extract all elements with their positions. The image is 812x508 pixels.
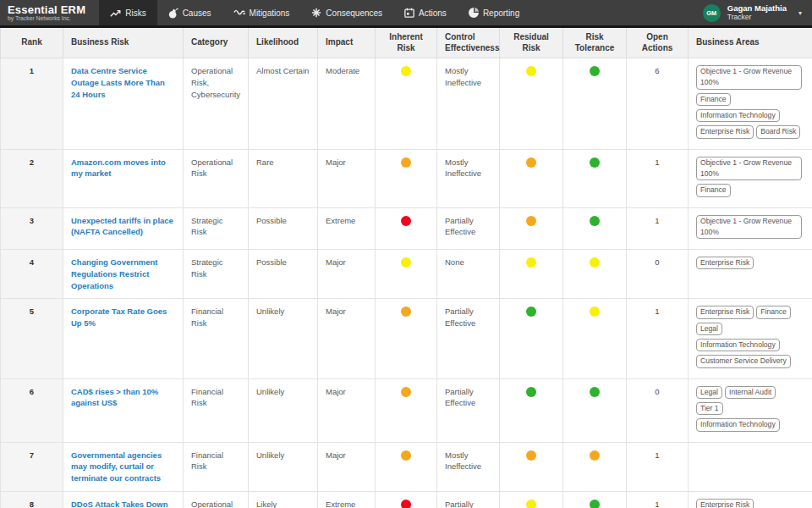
control-effectiveness-cell: Mostly Ineffective	[437, 149, 500, 207]
business-areas-cell: Objective 1 - Grow Revenue 100%FinanceIn…	[689, 58, 812, 150]
column-header-open-actions[interactable]: Open Actions	[627, 28, 689, 58]
column-header-category[interactable]: Category	[184, 28, 249, 58]
column-header-residual-risk[interactable]: Residual Risk	[500, 28, 563, 58]
risk-name-link[interactable]: CAD$ rises > than 10% against US$	[71, 387, 158, 408]
inherent-risk-indicator-yellow	[401, 257, 411, 268]
rank-cell: 8	[1, 491, 63, 508]
risk-tolerance-indicator-green	[590, 216, 600, 226]
open-actions-cell: 1	[627, 442, 689, 491]
risk-tolerance-indicator-yellow	[590, 257, 600, 268]
business-area-tag[interactable]: Finance	[756, 306, 791, 318]
bomb-icon	[168, 8, 178, 19]
risk-name-link[interactable]: Changing Government Regulations Restrict…	[71, 257, 157, 290]
residual-risk-cell	[500, 149, 563, 207]
risk-tolerance-cell	[563, 207, 627, 250]
business-area-tag[interactable]: Legal	[696, 323, 722, 335]
control-effectiveness-cell: Mostly Ineffective	[437, 442, 500, 491]
business-area-tag[interactable]: Enterprise Risk	[696, 257, 754, 269]
business-area-tag[interactable]: Enterprise Risk	[696, 499, 754, 508]
column-header-control-effectiveness[interactable]: Control Effectiveness	[437, 28, 500, 58]
business-area-tag[interactable]: Information Technology	[696, 418, 780, 431]
trend-up-icon	[110, 8, 121, 18]
inherent-risk-indicator-orange	[401, 387, 411, 397]
column-header-business-risk[interactable]: Business Risk	[63, 28, 184, 58]
impact-cell: Extreme	[318, 207, 376, 250]
calendar-icon	[404, 8, 414, 18]
residual-risk-cell	[500, 58, 563, 150]
risk-tolerance-indicator-green	[590, 387, 600, 397]
table-header-row: RankBusiness RiskCategoryLikelihoodImpac…	[1, 28, 812, 58]
business-areas-cell: Enterprise RiskFinanceLegalInformation T…	[689, 299, 812, 378]
business-risk-cell: DDoS Attack Takes Down Production System	[63, 491, 184, 508]
residual-risk-indicator-green	[526, 306, 536, 317]
nav-item-label: Reporting	[483, 8, 519, 18]
app-logo[interactable]: Essential ERM by Tracker Networks Inc.	[0, 3, 99, 24]
likelihood-cell: Likely	[249, 491, 318, 508]
residual-risk-cell	[500, 250, 563, 299]
residual-risk-indicator-orange	[526, 450, 536, 461]
risk-name-link[interactable]: Data Centre Service Outage Lasts More Th…	[71, 66, 165, 99]
business-area-tag[interactable]: Objective 1 - Grow Revenue 100%	[696, 215, 802, 240]
column-header-business-areas[interactable]: Business Areas	[689, 28, 812, 58]
risk-tolerance-cell	[563, 149, 627, 207]
business-area-tag[interactable]: Objective 1 - Grow Revenue 100%	[696, 65, 802, 90]
risk-name-link[interactable]: Unexpected tariffs in place (NAFTA Cance…	[71, 216, 173, 237]
nav-item-causes[interactable]: Causes	[157, 0, 222, 25]
category-cell: Operational Risk, Cybersecurity	[184, 58, 249, 150]
risk-name-link[interactable]: DDoS Attack Takes Down Production System	[71, 500, 168, 508]
business-area-tag[interactable]: Information Technology	[696, 109, 780, 122]
business-area-tag[interactable]: Tier 1	[696, 402, 723, 415]
nav-item-consequences[interactable]: Consequences	[300, 0, 393, 25]
control-effectiveness-cell: Mostly Ineffective	[437, 58, 500, 150]
rank-cell: 7	[1, 442, 63, 491]
business-area-tag[interactable]: Enterprise Risk	[696, 125, 754, 138]
inherent-risk-cell	[376, 207, 437, 250]
business-area-tag[interactable]: Finance	[696, 93, 731, 106]
business-area-tag[interactable]: Board Risk	[756, 125, 800, 138]
open-actions-cell: 1	[627, 207, 689, 250]
nav-item-label: Actions	[419, 8, 447, 18]
business-risk-cell: Governmental agencies may modify, curtai…	[63, 442, 184, 491]
inherent-risk-indicator-orange	[401, 450, 411, 461]
residual-risk-cell	[500, 378, 563, 442]
business-risk-cell: Unexpected tariffs in place (NAFTA Cance…	[63, 207, 184, 250]
column-header-rank[interactable]: Rank	[1, 28, 63, 58]
column-header-impact[interactable]: Impact	[318, 28, 376, 58]
control-effectiveness-cell: None	[437, 250, 500, 299]
column-header-inherent-risk[interactable]: Inherent Risk	[376, 28, 437, 58]
nav-item-label: Causes	[183, 8, 211, 18]
risk-tolerance-cell	[563, 442, 627, 491]
rank-cell: 2	[1, 149, 63, 207]
rank-cell: 4	[1, 250, 63, 299]
business-area-tag[interactable]: Objective 1 - Grow Revenue 100%	[696, 157, 802, 181]
nav-item-risks[interactable]: Risks	[99, 0, 156, 25]
open-actions-cell: 0	[627, 250, 689, 299]
column-header-likelihood[interactable]: Likelihood	[249, 28, 318, 58]
category-cell: Strategic Risk	[184, 207, 249, 250]
likelihood-cell: Unlikely	[249, 442, 318, 491]
business-area-tag[interactable]: Legal	[696, 386, 722, 399]
burst-icon	[311, 8, 321, 18]
nav-item-label: Risks	[125, 8, 145, 18]
user-menu[interactable]: GM Gagan Majathia Tracker ▾	[703, 4, 812, 22]
chevron-down-icon: ▾	[798, 9, 802, 17]
risk-name-link[interactable]: Amazon.com moves into my market	[71, 157, 166, 179]
nav-item-label: Consequences	[326, 8, 382, 18]
business-area-tag[interactable]: Finance	[696, 184, 731, 196]
business-area-tag[interactable]: Information Technology	[696, 339, 780, 351]
risk-tolerance-cell	[563, 299, 627, 378]
risk-name-link[interactable]: Governmental agencies may modify, curtai…	[71, 450, 162, 483]
main-nav: RisksCausesMitigationsConsequencesAction…	[99, 0, 530, 25]
business-area-tag[interactable]: Customer Service Delivery	[696, 355, 791, 367]
nav-item-reporting[interactable]: Reporting	[458, 0, 530, 25]
user-name: Gagan Majathia	[727, 4, 787, 14]
rank-cell: 5	[1, 299, 63, 378]
business-areas-cell: Enterprise Risk	[689, 250, 812, 299]
nav-item-mitigations[interactable]: Mitigations	[222, 0, 301, 25]
column-header-risk-tolerance[interactable]: Risk Tolerance	[563, 28, 627, 58]
business-area-tag[interactable]: Internal Audit	[725, 386, 776, 399]
inherent-risk-cell	[376, 378, 437, 442]
nav-item-actions[interactable]: Actions	[393, 0, 458, 25]
business-area-tag[interactable]: Enterprise Risk	[696, 306, 754, 318]
risk-name-link[interactable]: Corporate Tax Rate Goes Up 5%	[71, 306, 167, 328]
